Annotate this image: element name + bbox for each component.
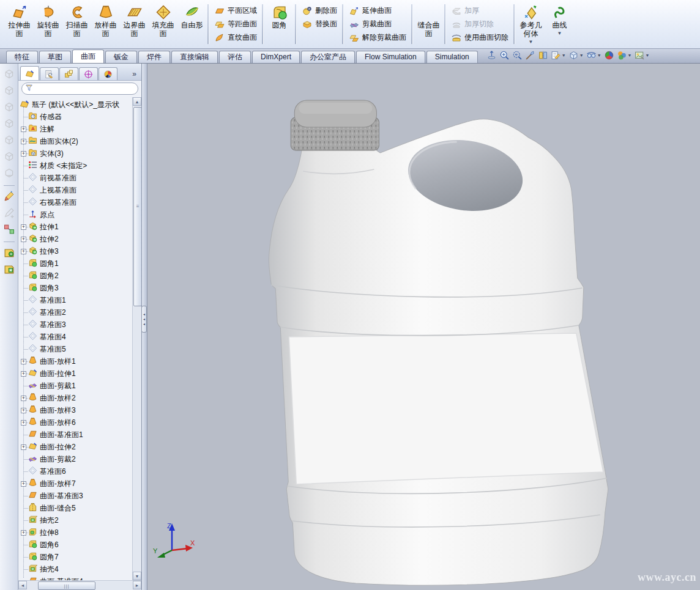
tab-直接编辑[interactable]: 直接编辑 xyxy=(171,51,218,63)
tree-item[interactable]: +拉伸3 xyxy=(18,245,133,257)
ribbon-button-extend-surface[interactable]: 延伸曲面 xyxy=(349,6,406,16)
tree-item[interactable]: +曲面-拉伸2 xyxy=(18,441,133,453)
tree-item[interactable]: 圆角6 xyxy=(18,539,133,551)
filter-input[interactable] xyxy=(35,84,135,93)
hud-button-view-settings[interactable]: ▼ xyxy=(635,50,650,61)
expand-icon[interactable]: + xyxy=(21,359,26,364)
expand-icon[interactable]: + xyxy=(21,420,26,426)
ribbon-button-thicken-cut[interactable]: 加厚切除 xyxy=(452,19,508,29)
scroll-thumb[interactable]: ||| xyxy=(38,581,95,590)
tree-item[interactable]: +拉伸8 xyxy=(18,526,133,539)
dropdown-caret-icon[interactable]: ▼ xyxy=(597,53,601,58)
ribbon-button-cut-with-surface[interactable]: 使用曲面切除 xyxy=(452,32,508,43)
panel-tab-dimxpertmanager[interactable] xyxy=(79,67,98,80)
tree-item[interactable]: +曲面-放样3 xyxy=(18,404,133,416)
ribbon-button-extrude-surface[interactable]: 拉伸曲面 xyxy=(5,1,34,38)
expand-icon[interactable]: + xyxy=(21,237,26,242)
expand-icon[interactable]: + xyxy=(21,249,26,254)
expand-icon[interactable]: + xyxy=(21,481,26,487)
tree-item[interactable]: 圆角7 xyxy=(18,551,133,563)
dropdown-caret-icon[interactable]: ▼ xyxy=(579,53,584,58)
scroll-thumb[interactable]: ≡ xyxy=(133,107,141,306)
tab-草图[interactable]: 草图 xyxy=(39,51,71,63)
tree-vertical-scrollbar[interactable]: ▲ ≡ ▼ xyxy=(132,97,141,580)
tree-horizontal-scrollbar[interactable]: ◄ ||| ► xyxy=(18,580,141,590)
tree-item[interactable]: 原点 xyxy=(18,208,133,221)
tab-钣金[interactable]: 钣金 xyxy=(105,51,137,63)
tab-焊件[interactable]: 焊件 xyxy=(138,51,170,63)
hud-button-hide-show-items[interactable]: ▼ xyxy=(586,50,601,61)
tree-item[interactable]: 前视基准面 xyxy=(18,172,133,184)
tab-特征[interactable]: 特征 xyxy=(6,51,38,63)
tree-item[interactable]: 曲面-缝合5 xyxy=(18,502,133,514)
tree-item[interactable]: 基准面3 xyxy=(18,319,133,331)
panel-tab-featuremanager-design-tree[interactable] xyxy=(20,66,39,80)
tree-item[interactable]: +实体(3) xyxy=(18,147,133,160)
left-toolbar-button-view-isometric[interactable] xyxy=(3,167,15,181)
panel-tab-displaymanager[interactable] xyxy=(99,67,117,80)
expand-icon[interactable]: + xyxy=(21,408,26,413)
ribbon-button-delete-face[interactable]: 删除面 xyxy=(302,6,337,16)
left-toolbar-button-view-front[interactable] xyxy=(3,68,15,82)
left-toolbar-button-display-delete-relations[interactable] xyxy=(3,223,15,237)
tree-item[interactable]: +拉伸1 xyxy=(18,221,133,233)
expand-icon[interactable]: + xyxy=(21,396,26,401)
tree-item[interactable]: +曲面-放样7 xyxy=(18,478,133,490)
dropdown-caret-icon[interactable]: ▼ xyxy=(529,40,534,45)
dropdown-caret-icon[interactable]: ▼ xyxy=(646,53,650,58)
expand-icon[interactable]: + xyxy=(21,139,26,144)
ribbon-button-replace-face[interactable]: 替换面 xyxy=(302,19,337,29)
ribbon-button-freeform[interactable]: 自由形 xyxy=(177,1,206,29)
tree-item[interactable]: 传感器 xyxy=(18,111,133,123)
tree-item[interactable]: 基准面5 xyxy=(18,343,133,355)
tree-item[interactable]: 基准面2 xyxy=(18,306,133,319)
tree-item[interactable]: 圆角3 xyxy=(18,282,133,294)
ribbon-button-boundary-surface[interactable]: 边界曲面 xyxy=(120,1,149,38)
tree-item[interactable]: +曲面-放样1 xyxy=(18,355,133,367)
panel-tab-configurationmanager[interactable] xyxy=(59,67,78,80)
left-toolbar-button-view-right[interactable] xyxy=(3,117,15,131)
tab-Simulation[interactable]: Simulation xyxy=(426,51,478,63)
expand-icon[interactable]: + xyxy=(21,444,26,450)
tree-item[interactable]: 曲面-剪裁1 xyxy=(18,380,133,392)
left-toolbar-button-view-top[interactable] xyxy=(3,134,15,148)
ribbon-button-curves[interactable]: 曲线▼ xyxy=(545,1,574,36)
panel-tab-overflow[interactable]: » xyxy=(132,70,140,80)
tree-item[interactable]: 抽壳2 xyxy=(18,514,133,526)
bottle-cap[interactable] xyxy=(291,100,379,150)
hud-button-view-orientation[interactable]: ▼ xyxy=(551,50,566,61)
tab-Flow Simulation[interactable]: Flow Simulation xyxy=(356,51,425,63)
tree-item[interactable]: +拉伸2 xyxy=(18,233,133,245)
tree-item[interactable]: 曲面-基准面1 xyxy=(18,429,133,441)
ribbon-button-fill-surface[interactable]: 填充曲面 xyxy=(149,1,177,38)
tree-item[interactable]: +A注解 xyxy=(18,123,133,135)
hud-button-zoom-to-area[interactable] xyxy=(499,50,510,61)
panel-tab-propertymanager[interactable] xyxy=(40,67,59,80)
tree-item[interactable]: 基准面4 xyxy=(18,331,133,343)
ribbon-button-reference-geometry[interactable]: 参考几何体▼ xyxy=(516,1,545,45)
ribbon-button-offset-surface[interactable]: 等距曲面 xyxy=(215,19,257,29)
left-toolbar-button-surface-tool-b[interactable] xyxy=(3,263,15,277)
expand-icon[interactable]: + xyxy=(21,151,26,157)
tree-item[interactable]: 曲面-剪裁2 xyxy=(18,453,133,465)
dropdown-caret-icon[interactable]: ▼ xyxy=(562,53,566,58)
left-toolbar-button-view-bottom[interactable] xyxy=(3,150,15,164)
left-toolbar-button-sketch[interactable] xyxy=(3,207,15,221)
hud-button-edit-appearance[interactable] xyxy=(604,50,614,61)
scroll-left-button[interactable]: ◄ xyxy=(18,581,27,589)
tree-item[interactable]: 抽壳4 xyxy=(18,563,133,575)
tab-DimXpert[interactable]: DimXpert xyxy=(252,51,300,63)
expand-icon[interactable]: + xyxy=(21,224,26,230)
ribbon-button-sweep-surface[interactable]: 扫描曲面 xyxy=(62,1,91,38)
tree-item[interactable]: 上视基准面 xyxy=(18,184,133,196)
hud-button-section-view[interactable] xyxy=(538,50,548,61)
ribbon-button-planar-surface[interactable]: 平面区域 xyxy=(215,6,257,16)
hud-button-zoom-previous[interactable] xyxy=(512,50,523,61)
tree-item[interactable]: 基准面6 xyxy=(18,465,133,478)
scroll-right-button[interactable]: ► xyxy=(133,581,141,589)
scroll-down-button[interactable]: ▼ xyxy=(133,572,141,580)
ribbon-button-fillet[interactable]: 圆角 xyxy=(265,1,294,29)
tree-item[interactable]: 曲面-基准面4 xyxy=(18,575,133,580)
left-toolbar-button-view-back[interactable] xyxy=(3,84,15,98)
tree-item[interactable]: 圆角2 xyxy=(18,270,133,282)
